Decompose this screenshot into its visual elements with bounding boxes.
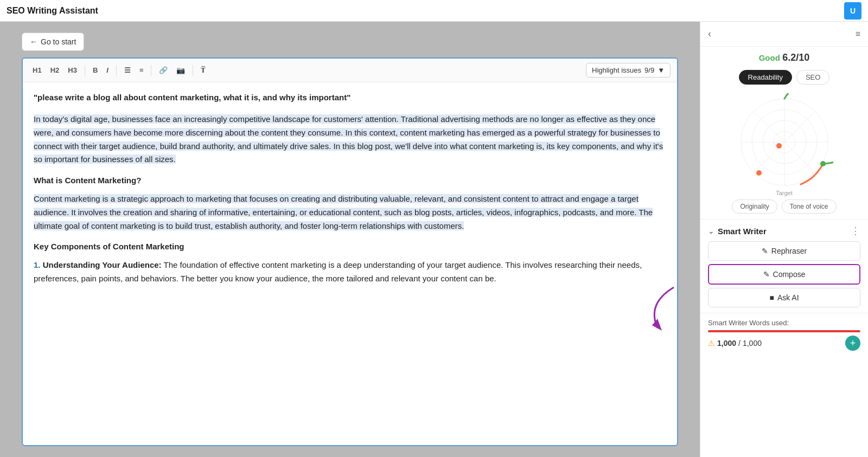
editor-subheading-2: Key Components of Content Marketing xyxy=(34,240,666,253)
editor-section: ← Go to start H1 H2 H3 B I ☰ ≡ 🔗 📷 T̅ xyxy=(0,22,700,457)
words-used-bar xyxy=(708,330,860,332)
score-chart xyxy=(736,93,833,191)
separator-4 xyxy=(193,65,193,76)
score-tabs: Readability SEO xyxy=(700,67,868,88)
tab-originality[interactable]: Originality xyxy=(732,199,777,214)
avatar[interactable]: U xyxy=(844,2,861,20)
italic-button[interactable]: I xyxy=(103,64,112,76)
highlight-issues-label: Highlight issues xyxy=(592,66,641,74)
bold-button[interactable]: B xyxy=(90,64,101,76)
ask-ai-button[interactable]: ■ Ask AI xyxy=(708,288,860,307)
score-label: Good xyxy=(759,53,780,62)
smart-writer-title-row: ⌄ Smart Writer xyxy=(708,227,767,236)
image-button[interactable]: 📷 xyxy=(173,64,188,76)
compose-icon: ✎ xyxy=(763,270,770,279)
ask-ai-icon: ■ xyxy=(769,293,774,302)
panel-header: ‹ ≡ xyxy=(700,22,868,47)
smart-writer-chevron-icon: ⌄ xyxy=(708,227,714,235)
h3-button[interactable]: H3 xyxy=(65,64,80,76)
rephraser-icon: ✎ xyxy=(762,247,768,255)
compose-button[interactable]: ✎ Compose xyxy=(708,264,860,285)
editor-container: H1 H2 H3 B I ☰ ≡ 🔗 📷 T̅ Highlight issues… xyxy=(22,57,678,446)
go-to-start-button[interactable]: ← Go to start xyxy=(22,33,84,51)
words-used-count-row: ⚠ 1,000 / 1,000 + xyxy=(708,336,860,351)
tab-readability[interactable]: Readability xyxy=(739,70,792,85)
rephraser-button[interactable]: ✎ Rephraser xyxy=(708,241,860,261)
highlighted-paragraph-2: Content marketing is a strategic approac… xyxy=(34,194,653,230)
editor-toolbar: H1 H2 H3 B I ☰ ≡ 🔗 📷 T̅ Highlight issues… xyxy=(23,59,677,82)
words-used-fill xyxy=(708,330,860,332)
highlight-issues-button[interactable]: Highlight issues 9/9 ▼ xyxy=(586,63,671,78)
ask-ai-label: Ask AI xyxy=(777,293,799,302)
main-area: ← Go to start H1 H2 H3 B I ☰ ≡ 🔗 📷 T̅ xyxy=(0,22,868,457)
tab-tone-of-voice[interactable]: Tone of voice xyxy=(782,199,837,214)
separator-1 xyxy=(85,65,85,76)
right-panel: ‹ ≡ Good 6.2/10 Readability SEO xyxy=(700,22,868,457)
editor-paragraph-2: Content marketing is a strategic approac… xyxy=(34,192,666,233)
editor-subheading-1: What is Content Marketing? xyxy=(34,174,666,187)
svg-point-9 xyxy=(756,170,762,176)
arrow-left-icon: ← xyxy=(30,37,37,46)
unordered-list-button[interactable]: ≡ xyxy=(136,64,147,76)
add-words-button[interactable]: + xyxy=(845,336,860,351)
separator-3 xyxy=(151,65,151,76)
score-value: 6.2/10 xyxy=(782,52,809,63)
numbered-bold-1: Understanding Your Audience: xyxy=(43,260,162,269)
words-count-text: ⚠ 1,000 / 1,000 xyxy=(708,339,762,347)
highlight-count: 9/9 xyxy=(644,66,654,74)
highlighted-paragraph-1: In today's digital age, businesses face … xyxy=(34,114,663,164)
panel-back-button[interactable]: ‹ xyxy=(708,28,711,40)
tab-seo[interactable]: SEO xyxy=(796,70,829,85)
editor-numbered-1: 1. Understanding Your Audience: The foun… xyxy=(34,259,666,286)
words-used-value: 1,000 xyxy=(717,339,736,347)
svg-point-10 xyxy=(776,143,782,149)
words-used-section: Smart Writer Words used: ⚠ 1,000 / 1,000… xyxy=(700,313,868,356)
separator-2 xyxy=(116,65,117,76)
panel-menu-button[interactable]: ≡ xyxy=(856,29,860,39)
editor-title: "please write a blog all about content m… xyxy=(34,91,666,104)
rephraser-label: Rephraser xyxy=(771,247,807,255)
words-used-slash: / xyxy=(738,339,741,347)
go-to-start-label: Go to start xyxy=(41,37,76,46)
score-section: Good 6.2/10 xyxy=(700,47,868,67)
smart-writer-section: ⌄ Smart Writer ⋮ ✎ Rephraser ✎ Compose ■… xyxy=(700,219,868,313)
number-1: 1. xyxy=(34,260,41,269)
editor-paragraph-1: In today's digital age, businesses face … xyxy=(34,113,666,166)
app-title: SEO Writing Assistant xyxy=(7,6,98,16)
top-bar: SEO Writing Assistant U xyxy=(0,0,868,22)
smart-writer-menu-icon[interactable]: ⋮ xyxy=(851,225,860,237)
link-button[interactable]: 🔗 xyxy=(156,64,171,76)
smart-writer-header: ⌄ Smart Writer ⋮ xyxy=(708,225,860,237)
metric-tabs: Originality Tone of voice xyxy=(700,196,868,219)
h2-button[interactable]: H2 xyxy=(47,64,63,76)
editor-content[interactable]: "please write a blog all about content m… xyxy=(23,82,677,445)
svg-point-8 xyxy=(820,161,826,166)
h1-button[interactable]: H1 xyxy=(29,64,45,76)
clear-format-button[interactable]: T̅ xyxy=(197,64,209,76)
chart-container xyxy=(700,88,868,193)
words-used-label: Smart Writer Words used: xyxy=(708,319,860,327)
warning-icon: ⚠ xyxy=(708,339,715,347)
smart-writer-title: Smart Writer xyxy=(718,227,767,236)
ordered-list-button[interactable]: ☰ xyxy=(121,64,134,76)
compose-label: Compose xyxy=(773,270,806,279)
words-used-max: 1,000 xyxy=(743,339,762,347)
chevron-down-icon: ▼ xyxy=(658,66,665,74)
